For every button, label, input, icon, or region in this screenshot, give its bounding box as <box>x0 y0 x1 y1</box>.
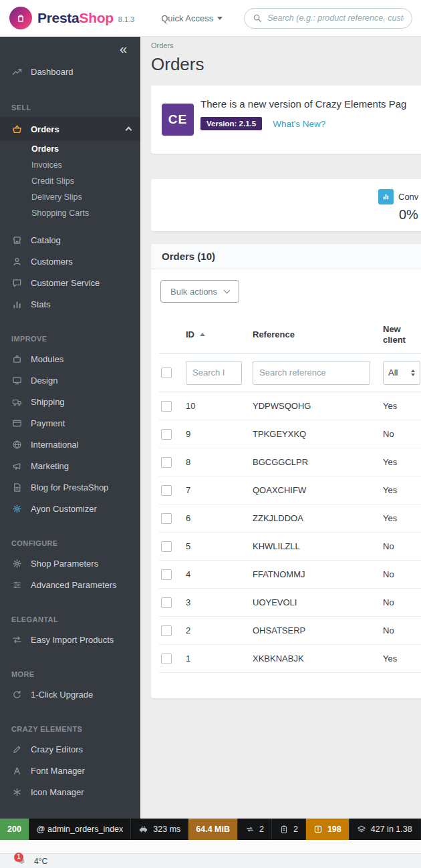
sidebar-item-orders[interactable]: Orders <box>0 117 140 141</box>
order-id-cell: 5 <box>186 541 253 551</box>
table-row[interactable]: 10 YDPWSQOHG Yes <box>159 392 421 420</box>
chevron-up-icon <box>126 127 132 134</box>
toolbar-cache-segment[interactable]: 427 in 1.38 <box>349 819 420 840</box>
table-row[interactable]: 1 XKBKNABJK Yes <box>159 645 421 673</box>
sidebar-item-design[interactable]: Design <box>0 370 140 391</box>
toolbar-forms-segment[interactable]: 2 <box>272 819 306 840</box>
app-version: 8.1.3 <box>118 15 134 23</box>
toolbar-memory-segment[interactable]: 64.4 MiB <box>188 819 238 840</box>
table-row[interactable]: 8 BGCGGCLPR Yes <box>159 448 421 476</box>
sidebar-item-crazy-editors[interactable]: Crazy Editors <box>0 738 140 760</box>
select-all-checkbox[interactable] <box>161 368 172 378</box>
table-row[interactable]: 9 TPKGEYXKQ No <box>159 420 421 448</box>
row-checkbox[interactable] <box>161 485 172 496</box>
submenu-item-credit-slips[interactable]: Credit Slips <box>0 173 140 189</box>
row-checkbox[interactable] <box>161 654 172 664</box>
order-reference-cell: XKBKNABJK <box>253 654 383 664</box>
submenu-item-orders[interactable]: Orders <box>0 141 140 157</box>
toolbar-time-segment[interactable]: 323 ms <box>131 819 188 840</box>
sidebar-section-configure: CONFIGURE <box>0 538 140 549</box>
sidebar-item-advanced-parameters[interactable]: Advanced Parameters <box>0 574 140 595</box>
sidebar-item-label: Advanced Parameters <box>31 580 117 590</box>
table-filter-row: All <box>159 353 421 392</box>
page-bottom-gap <box>0 840 421 853</box>
sidebar-item-label: Shipping <box>31 397 65 407</box>
sidebar-item-blog[interactable]: Blog for PrestaShop <box>0 476 140 498</box>
caret-down-icon <box>217 17 223 20</box>
row-checkbox[interactable] <box>161 569 172 580</box>
toolbar-route-segment[interactable]: @ admin_orders_index <box>29 819 131 840</box>
submenu-item-delivery-slips[interactable]: Delivery Slips <box>0 189 140 205</box>
gear-blue-icon <box>11 503 22 514</box>
asterisk-icon <box>11 786 22 797</box>
crazy-elements-logo: CE <box>162 104 194 136</box>
filter-new-client-select[interactable]: All <box>383 361 420 385</box>
quick-access-dropdown[interactable]: Quick Access <box>161 13 223 23</box>
sidebar-item-label: Shop Parameters <box>31 559 98 569</box>
row-checkbox[interactable] <box>161 597 172 608</box>
sidebar-item-label: Font Manager <box>31 766 85 776</box>
toolbar-twig-segment[interactable]: 2 <box>238 819 272 840</box>
sidebar-item-customer-service[interactable]: Customer Service <box>0 272 140 293</box>
sidebar-item-easy-import-products[interactable]: Easy Import Products <box>0 629 140 650</box>
order-id-cell: 2 <box>186 625 253 635</box>
prestashop-logo[interactable]: PrestaShop 8.1.3 <box>0 7 134 29</box>
sidebar-item-ayon-customizer[interactable]: Ayon Customizer <box>0 498 140 519</box>
gear-icon <box>11 558 22 569</box>
select-arrows-icon <box>411 370 415 376</box>
table-row[interactable]: 2 OHSATSERP No <box>159 617 421 645</box>
filter-reference-input[interactable] <box>253 361 370 385</box>
sidebar-item-label: Easy Import Products <box>31 635 114 645</box>
row-checkbox[interactable] <box>161 541 172 552</box>
sidebar-item-label: International <box>31 440 79 450</box>
sidebar-item-shipping[interactable]: Shipping <box>0 391 140 412</box>
row-checkbox[interactable] <box>161 429 172 440</box>
submenu-item-shopping-carts[interactable]: Shopping Carts <box>0 205 140 221</box>
sidebar-item-dashboard[interactable]: Dashboard <box>0 59 140 84</box>
sidebar-item-marketing[interactable]: Marketing <box>0 455 140 476</box>
table-row[interactable]: 5 KHWLILZLL No <box>159 533 421 561</box>
truck-icon <box>11 396 22 407</box>
table-row[interactable]: 3 UOYEVOLI No <box>159 589 421 617</box>
table-row[interactable]: 4 FFATNOMMJ No <box>159 561 421 589</box>
collapse-sidebar-icon[interactable]: « <box>120 41 127 59</box>
pencil-icon <box>11 744 22 754</box>
logo-text: PrestaShop <box>37 7 114 29</box>
submenu-item-invoices[interactable]: Invoices <box>0 157 140 173</box>
row-checkbox[interactable] <box>161 401 172 412</box>
kpi-value: 0% <box>399 207 418 223</box>
sidebar-item-font-manager[interactable]: Font Manager <box>0 760 140 781</box>
table-row[interactable]: 6 ZZKJLDDOA Yes <box>159 504 421 533</box>
sidebar-item-international[interactable]: International <box>0 434 140 455</box>
sidebar-item-label: Design <box>31 376 57 386</box>
column-header-new-client: New client <box>383 324 421 345</box>
sidebar-item-customers[interactable]: Customers <box>0 251 140 272</box>
weather-widget[interactable]: ❄ 1 4°C <box>19 857 47 866</box>
sidebar-item-label: Modules <box>31 354 63 364</box>
user-icon <box>11 256 22 267</box>
sidebar-item-catalog[interactable]: Catalog <box>0 229 140 251</box>
order-new-client-cell: Yes <box>383 485 421 495</box>
kpi-conversion: Conv 0% <box>378 189 418 223</box>
global-search-input[interactable] <box>267 13 404 23</box>
row-checkbox[interactable] <box>161 625 172 636</box>
sidebar-item-modules[interactable]: Modules <box>0 348 140 370</box>
column-header-id[interactable]: ID <box>186 329 253 339</box>
sidebar-item-payment[interactable]: Payment <box>0 412 140 434</box>
row-checkbox[interactable] <box>161 513 172 524</box>
notification-badge: 1 <box>14 853 23 862</box>
toolbar-logs-segment[interactable]: 198 <box>306 819 349 840</box>
order-id-cell: 1 <box>186 654 253 664</box>
sidebar-item-shop-parameters[interactable]: Shop Parameters <box>0 553 140 574</box>
bulk-actions-button[interactable]: Bulk actions <box>160 280 239 303</box>
table-row[interactable]: 7 QOAXCHIFW Yes <box>159 476 421 504</box>
filter-id-input[interactable] <box>186 361 242 385</box>
row-checkbox[interactable] <box>161 457 172 468</box>
order-new-client-cell: Yes <box>383 654 421 664</box>
toolbar-status-segment[interactable]: 200 <box>0 819 29 840</box>
sidebar-item-icon-manager[interactable]: Icon Manager <box>0 781 140 803</box>
sidebar-item-stats[interactable]: Stats <box>0 293 140 315</box>
orders-panel: Orders (10) Bulk actions ID <box>151 244 421 698</box>
whats-new-link[interactable]: What's New? <box>273 119 325 129</box>
sidebar-item-1-click-upgrade[interactable]: 1-Click Upgrade <box>0 684 140 705</box>
